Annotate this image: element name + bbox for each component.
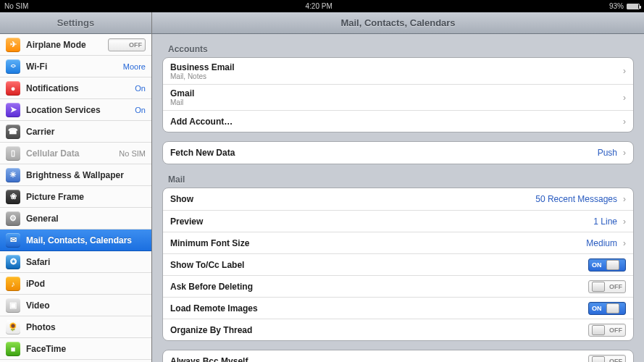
sidebar-item-label: FaceTime [26,344,146,354]
sidebar-item-photos[interactable]: 🌻Photos [0,316,151,338]
add-account-row[interactable]: Add Account…› [163,110,633,132]
sidebar-item-value: On [135,84,146,93]
facetime-icon: ■ [6,342,20,356]
fetch-label: Fetch New Data [170,148,598,158]
chevron-right-icon: › [623,66,626,76]
carrier-label: No SIM [4,2,28,10]
sidebar-item-label: General [26,214,146,224]
sidebar-item-label: Airplane Mode [26,40,108,50]
airplane-mode-toggle[interactable]: OFF [108,38,146,51]
account-sub: Mail, Notes [170,72,617,80]
sidebar-item-value: No SIM [119,149,146,158]
sidebar-item-bright[interactable]: ☀Brightness & Wallpaper [0,164,151,186]
mail-group: Show50 Recent Messages›Preview1 Line›Min… [162,188,634,341]
sidebar-item-label: Video [26,300,146,311]
sidebar-item-cell[interactable]: ▯Cellular DataNo SIM [0,143,151,164]
fetch-group: Fetch New Data Push › [162,141,634,164]
setting-label: Ask Before Deleting [170,282,588,292]
sidebar-item-value: On [135,106,146,114]
loc-icon: ➤ [6,103,20,117]
fetch-value: Push [598,148,617,158]
chevron-right-icon: › [623,117,626,127]
setting-label: Organize By Thread [170,325,588,335]
setting-label: Always Bcc Myself [170,356,588,362]
account-row[interactable]: Business EmailMail, Notes› [163,58,633,84]
fetch-new-data-row[interactable]: Fetch New Data Push › [163,142,633,164]
account-name: Add Account… [170,117,617,127]
setting-label: Show To/Cc Label [170,260,588,270]
picframe-icon: ❀ [6,190,20,204]
sidebar-item-label: Wi-Fi [26,62,123,72]
setting-toggle[interactable]: ON [588,258,626,272]
battery-pct: 93% [609,2,624,10]
sidebar-item-safari[interactable]: ✪Safari [0,251,151,273]
sidebar-item-label: Photos [26,322,146,332]
sidebar-item-picframe[interactable]: ❀Picture Frame [0,186,151,208]
sidebar-item-label: Brightness & Wallpaper [26,170,146,180]
detail-title: Mail, Contacts, Calendars [152,12,644,34]
bright-icon: ☀ [6,168,20,182]
sidebar-item-video[interactable]: ▣Video [0,295,151,316]
sidebar-item-mail[interactable]: ✉Mail, Contacts, Calendars [0,230,151,251]
general-icon: ⚙ [6,211,20,226]
account-sub: Mail [170,98,617,106]
sidebar-item-label: Mail, Contacts, Calendars [26,235,146,245]
setting-label: Minimum Font Size [170,238,586,248]
mail-setting-row[interactable]: Show To/Cc LabelON [163,253,633,275]
sidebar-item-label: Carrier [26,127,146,137]
account-name: Business Email [170,62,617,72]
status-bar: No SIM 4:20 PM 93% [0,0,644,12]
mail-setting-row[interactable]: Minimum Font SizeMedium› [163,232,633,253]
settings-list[interactable]: ✈Airplane ModeOFF⌔Wi-FiMoore●Notificatio… [0,34,151,362]
sidebar-item-wifi[interactable]: ⌔Wi-FiMoore [0,56,151,77]
sidebar-item-label: Cellular Data [26,148,119,159]
sidebar-item-notif[interactable]: ●NotificationsOn [0,77,151,99]
ipod-icon: ♪ [6,277,20,291]
setting-toggle[interactable]: OFF [588,280,626,293]
sidebar-item-general[interactable]: ⚙General [0,208,151,230]
detail-pane: Mail, Contacts, Calendars Accounts Busin… [152,12,644,362]
safari-icon: ✪ [6,255,20,269]
sidebar-item-label: Picture Frame [26,192,146,202]
setting-label: Preview [170,216,593,227]
sidebar-item-label: Safari [26,257,146,267]
chevron-right-icon: › [623,93,626,103]
mail-setting-row[interactable]: Show50 Recent Messages› [163,188,633,210]
accounts-group: Business EmailMail, Notes›GmailMail›Add … [162,57,634,132]
mail-setting-row[interactable]: Ask Before DeletingOFF [163,275,633,297]
battery-icon [627,4,640,9]
settings-sidebar: Settings ✈Airplane ModeOFF⌔Wi-FiMoore●No… [0,12,152,362]
sidebar-item-facetime[interactable]: ■FaceTime [0,338,151,360]
sidebar-item-carrier[interactable]: ☎Carrier [0,121,151,143]
setting-toggle[interactable]: ON [588,302,626,315]
sidebar-item-loc[interactable]: ➤Location ServicesOn [0,99,151,121]
mail-setting-row[interactable]: Load Remote ImagesON [163,297,633,319]
account-row[interactable]: GmailMail› [163,84,633,110]
mail-setting-row[interactable]: Organize By ThreadOFF [163,319,633,340]
sidebar-item-airplane[interactable]: ✈Airplane ModeOFF [0,34,151,56]
accounts-header: Accounts [168,44,634,54]
setting-value: 50 Recent Messages [535,194,617,204]
setting-toggle[interactable]: OFF [588,324,626,337]
clock: 4:20 PM [28,2,609,10]
notif-icon: ● [6,81,20,96]
account-name: Gmail [170,88,617,98]
video-icon: ▣ [6,298,20,313]
setting-label: Show [170,194,535,204]
setting-toggle[interactable]: OFF [588,355,626,362]
mail-icon: ✉ [6,233,20,248]
mail-setting-row[interactable]: Always Bcc MyselfOFF [163,350,633,362]
sidebar-item-ipod[interactable]: ♪iPod [0,273,151,295]
sidebar-item-value: Moore [123,62,146,71]
mail-setting-row[interactable]: Preview1 Line› [163,210,633,232]
sidebar-item-label: iPod [26,279,146,289]
sidebar-title: Settings [0,12,151,34]
setting-value: Medium [586,238,617,248]
mail-group-2: Always Bcc MyselfOFF [162,350,634,362]
carrier-icon: ☎ [6,125,20,139]
mail-header: Mail [168,174,634,185]
sidebar-item-label: Location Services [26,105,135,115]
wifi-icon: ⌔ [6,59,20,74]
chevron-right-icon: › [623,194,626,204]
chevron-right-icon: › [623,216,626,227]
